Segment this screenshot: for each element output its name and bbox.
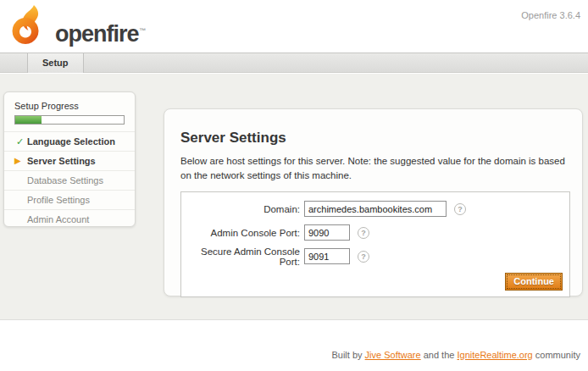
help-icon[interactable]: ? bbox=[454, 203, 466, 215]
trademark-symbol: ™ bbox=[140, 27, 146, 35]
current-step-arrow-icon: ▶ bbox=[14, 152, 21, 170]
sidebar-item-label: Language Selection bbox=[27, 136, 115, 147]
tab-setup[interactable]: Setup bbox=[27, 53, 84, 73]
jive-software-link[interactable]: Jive Software bbox=[365, 350, 421, 360]
sidebar-item-label: Database Settings bbox=[27, 175, 103, 186]
admin-console-port-input[interactable] bbox=[304, 224, 350, 241]
sidebar-item-language-selection: ✓ Language Selection bbox=[4, 131, 135, 151]
logo: openfire™ bbox=[8, 5, 146, 53]
setup-steps-list: ✓ Language Selection ▶ Server Settings D… bbox=[4, 131, 135, 229]
form-row-admin-console-port: Admin Console Port: ? bbox=[181, 224, 569, 241]
version-label: Openfire 3.6.4 bbox=[521, 10, 580, 20]
form-row-secure-admin-console-port: Secure Admin Console Port: ? bbox=[181, 248, 569, 264]
domain-label: Domain: bbox=[181, 204, 304, 214]
help-icon[interactable]: ? bbox=[358, 227, 369, 239]
sidebar-item-label: Admin Account bbox=[27, 214, 89, 224]
sidebar-item-server-settings: ▶ Server Settings bbox=[4, 151, 135, 170]
sidebar-item-label: Profile Settings bbox=[27, 195, 90, 205]
form-row-domain: Domain: ? bbox=[181, 201, 569, 217]
sidebar-item-label: Server Settings bbox=[27, 156, 96, 166]
secure-admin-console-port-input[interactable] bbox=[304, 248, 350, 264]
footer-text: Built by bbox=[331, 350, 364, 360]
server-settings-card: Server Settings Below are host settings … bbox=[164, 108, 583, 296]
footer-text: community bbox=[533, 350, 580, 360]
sidebar-item-database-settings: Database Settings bbox=[4, 170, 135, 190]
server-settings-form: Domain: ? Admin Console Port: ? Secure A… bbox=[180, 191, 570, 297]
sidebar-item-admin-account: Admin Account bbox=[4, 209, 135, 229]
header: openfire™ Openfire 3.6.4 bbox=[0, 0, 588, 53]
help-icon[interactable]: ? bbox=[358, 251, 369, 263]
secure-admin-console-port-label: Secure Admin Console Port: bbox=[181, 246, 304, 267]
footer-credit: Built by Jive Software and the IgniteRea… bbox=[331, 350, 580, 360]
admin-console-port-label: Admin Console Port: bbox=[181, 228, 304, 238]
checkmark-icon: ✓ bbox=[16, 132, 24, 151]
progress-bar bbox=[14, 115, 125, 125]
logo-wordmark: openfire™ bbox=[55, 21, 146, 47]
footer-text: and the bbox=[421, 350, 458, 360]
page-title: Server Settings bbox=[180, 130, 570, 147]
continue-button[interactable]: Continue bbox=[505, 273, 563, 291]
tab-bar: Setup bbox=[0, 53, 588, 73]
sidebar-item-profile-settings: Profile Settings bbox=[4, 190, 135, 209]
page-description: Below are host settings for this server.… bbox=[180, 154, 570, 182]
igniterealtime-link[interactable]: IgniteRealtime.org bbox=[457, 350, 532, 360]
progress-fill bbox=[15, 116, 42, 124]
domain-input[interactable] bbox=[304, 201, 447, 217]
setup-progress-title: Setup Progress bbox=[4, 101, 135, 111]
openfire-flame-logo-icon bbox=[8, 5, 48, 53]
setup-progress-panel: Setup Progress ✓ Language Selection ▶ Se… bbox=[3, 91, 136, 227]
